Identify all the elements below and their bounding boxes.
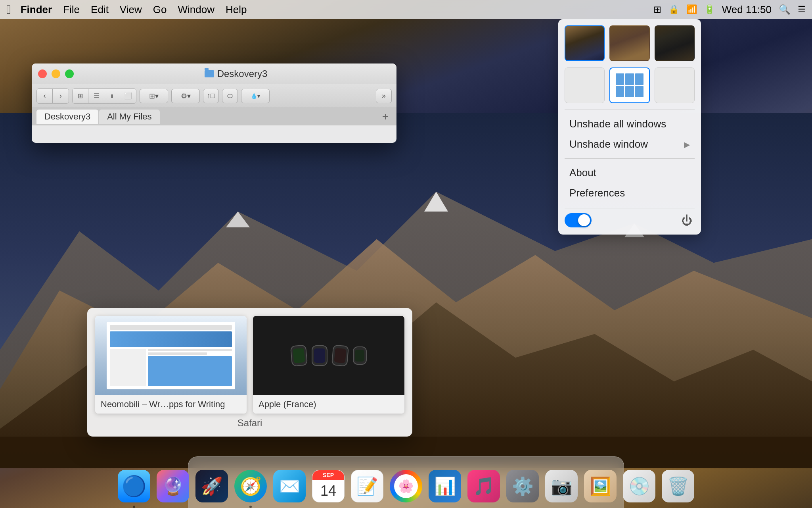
dock-photos[interactable]: 🌸 [388,468,424,504]
group-button[interactable]: ⊞▾ [140,89,168,103]
close-button[interactable] [38,69,47,78]
popup-divider-1 [565,110,695,110]
dock-keynote[interactable]: 📊 [427,468,463,504]
dock-image-capture[interactable]: 📷 [544,468,579,504]
dock-siri[interactable]: 🔮 [155,468,191,504]
preview-title-1: Neomobili – Wr…pps for Writing [95,395,247,414]
popup-bottom-bar: ⏻ [565,208,695,228]
safari-tab-previews: Neomobili – Wr…pps for Writing Apple (Fr… [87,308,412,437]
dock-finder[interactable]: 🔵 [116,468,152,504]
popup-divider-2 [565,158,695,159]
preview-title-2: Apple (France) [253,395,404,414]
forward-button[interactable]: › [53,89,69,103]
list-view-button[interactable]: ☰ [88,89,104,103]
dock-itunes[interactable]: 🎵 [466,468,502,504]
dock-mail[interactable]: ✉️ [272,468,307,504]
dropbox-button[interactable]: 💧▾ [241,89,270,103]
finder-tabs: Deskovery3 All My Files + [32,108,396,125]
power-button[interactable]: ⏻ [679,212,695,228]
finder-menu[interactable]: Finder [21,4,52,16]
dock-dvd-player[interactable]: 💿 [621,468,657,504]
finder-running-dot [133,506,135,508]
window-style-grid[interactable] [609,67,650,103]
dock-system-preferences[interactable]: ⚙️ [505,468,540,504]
submenu-arrow-icon: ▶ [684,140,690,149]
wallpaper-thumb-2[interactable] [609,25,649,61]
action-button[interactable]: ⚙▾ [171,89,200,103]
window-style-single[interactable] [655,67,695,103]
safari-running-dot [249,506,252,508]
tab-deskovery3[interactable]: Deskovery3 [36,110,98,124]
dock-trash[interactable]: 🗑️ [660,468,696,504]
dock-reminders[interactable]: 📝 [349,468,385,504]
column-view-button[interactable]: ⫾ [104,89,120,103]
minimize-button[interactable] [52,69,60,78]
window-menu[interactable]: Window [178,4,214,16]
unshade-all-windows-item[interactable]: Unshade all windows [565,114,695,134]
popup-menu: Unshade all windows Unshade window ▶ Abo… [558,19,701,235]
wallpaper-thumbnails [565,25,695,61]
file-menu[interactable]: File [63,4,80,16]
icon-view-button[interactable]: ⊞ [73,89,88,103]
toggle-knob [578,214,590,226]
finder-toolbar: ‹ › ⊞ ☰ ⫾ ⬜ ⊞▾ ⚙▾ ↑□ ⬭ 💧▾ » [32,84,396,108]
dock-photos-browser[interactable]: 🖼️ [582,468,618,504]
view-menu[interactable]: View [120,4,142,16]
search-icon[interactable]: 🔍 [779,4,791,15]
finder-titlebar: Deskovery3 [32,64,396,84]
more-button[interactable]: » [376,89,392,103]
share-button[interactable]: ↑□ [203,89,219,103]
tag-button[interactable]: ⬭ [222,89,238,103]
notification-center-icon[interactable]: ☰ [798,4,806,15]
about-item[interactable]: About [565,163,695,183]
fullscreen-button[interactable] [65,69,74,78]
window-style-thumbnails [565,67,695,103]
enable-toggle[interactable] [565,213,592,227]
apple-menu[interactable]:  [6,2,11,17]
safari-preview-apple[interactable]: Apple (France) [253,316,404,414]
dock: 🔵 🔮 🚀 🧭 ✉️ SEP 14 📝 🌸 📊 🎵 [116,452,696,508]
battery-icon[interactable]: 🔋 [704,4,715,15]
preferences-item[interactable]: Preferences [565,183,695,203]
dock-calendar[interactable]: SEP 14 [310,468,346,504]
wallpaper-thumb-1[interactable] [565,25,605,61]
preview-screenshot-1 [95,316,247,395]
wifi-icon[interactable]: 📶 [686,4,697,15]
folder-icon [205,70,214,77]
back-forward-group[interactable]: ‹ › [36,89,69,104]
add-tab-button[interactable]: + [379,110,392,123]
tab-all-my-files[interactable]: All My Files [99,110,159,124]
dock-safari[interactable]: 🧭 [233,468,268,504]
wallpaper-thumb-3[interactable] [655,25,695,61]
watch-image [291,345,367,366]
menubar:  Finder File Edit View Go Window Help ⊞… [0,0,812,19]
clock: Wed 11:50 [722,4,772,16]
dock-launchpad[interactable]: 🚀 [194,468,230,504]
unshade-window-item[interactable]: Unshade window ▶ [565,134,695,154]
preview-screenshot-2 [253,316,404,395]
finder-window-title: Deskovery3 [82,68,390,79]
safari-preview-neomobili[interactable]: Neomobili – Wr…pps for Writing [95,316,247,414]
safari-label: Safari [95,418,404,429]
go-menu[interactable]: Go [153,4,167,16]
edit-menu[interactable]: Edit [91,4,109,16]
help-menu[interactable]: Help [226,4,247,16]
finder-window: Deskovery3 ‹ › ⊞ ☰ ⫾ ⬜ ⊞▾ ⚙▾ ↑□ ⬭ 💧▾ » D… [32,64,396,143]
view-group[interactable]: ⊞ ☰ ⫾ ⬜ [72,89,136,104]
cover-view-button[interactable]: ⬜ [120,89,136,103]
back-button[interactable]: ‹ [37,89,53,103]
lock-icon[interactable]: 🔒 [668,4,679,15]
mission-control-icon[interactable]: ⊞ [653,4,661,15]
window-style-empty[interactable] [565,67,605,103]
